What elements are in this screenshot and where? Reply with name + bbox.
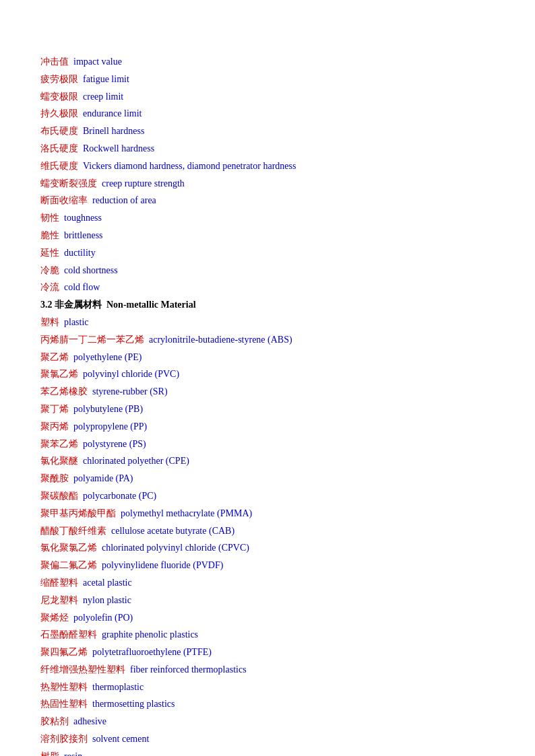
term-line: 聚氯乙烯 polyvinyl chloride (PVC): [40, 366, 495, 382]
term-zh: 热固性塑料: [40, 699, 88, 709]
term-en: toughness: [64, 213, 102, 223]
term-en: reduction of area: [92, 195, 156, 205]
term-line: 氯化聚氯乙烯 chlorinated polyvinyl chloride (C…: [40, 540, 495, 556]
term-zh: 石墨酚醛塑料: [40, 629, 97, 640]
term-en: acetal plastic: [83, 578, 132, 588]
term-en: ductility: [64, 248, 96, 258]
term-line: 聚丁烯 polybutylene (PB): [40, 401, 495, 417]
term-zh: 聚烯烃: [40, 613, 69, 623]
term-zh: 树脂: [40, 751, 59, 756]
term-zh: 丙烯腈一丁二烯一苯乙烯: [40, 335, 144, 345]
term-line: 蠕变极限 creep limit: [40, 89, 495, 105]
term-zh: 纤维增强热塑性塑料: [40, 664, 125, 675]
term-line: 热塑性塑料 thermoplastic: [40, 679, 495, 695]
term-line: 氯化聚醚 chlorinated polyether (CPE): [40, 453, 495, 469]
term-line: 延性 ductility: [40, 245, 495, 261]
term-en: nylon plastic: [83, 595, 131, 605]
term-line: 冲击值 impact value: [40, 54, 495, 70]
term-en: plastic: [64, 317, 89, 327]
term-zh: 冲击值: [40, 57, 69, 67]
term-zh: 苯乙烯橡胶: [40, 386, 88, 397]
term-zh: 蠕变极限: [40, 92, 78, 102]
term-en: adhesive: [73, 716, 106, 726]
term-en: polybutylene (PB): [73, 404, 143, 414]
term-line: 缩醛塑料 acetal plastic: [40, 575, 495, 591]
term-en: polymethyl methacrylate (PMMA): [121, 508, 252, 518]
term-line: 塑料 plastic: [40, 314, 495, 331]
term-en: polyvinylidene fluoride (PVDF): [102, 560, 223, 570]
term-en: cellulose acetate butyrate (CAB): [111, 526, 234, 536]
term-line: 布氏硬度 Brinell hardness: [40, 123, 495, 139]
term-zh: 冷流: [40, 282, 59, 292]
term-line: 冷脆 cold shortness: [40, 263, 495, 279]
term-en: solvent cement: [92, 734, 149, 744]
term-line: 聚乙烯 polyethylene (PE): [40, 349, 495, 366]
term-en: cold flow: [64, 282, 100, 292]
term-zh: 聚氯乙烯: [40, 369, 78, 379]
term-en: acrylonitrile-butadiene-styrene (ABS): [149, 335, 292, 345]
term-line: 维氏硬度 Vickers diamond hardness, diamond p…: [40, 158, 495, 174]
term-zh: 聚苯乙烯: [40, 439, 78, 449]
term-line: 醋酸丁酸纤维素 cellulose acetate butyrate (CAB): [40, 523, 495, 539]
term-zh: 疲劳极限: [40, 74, 78, 84]
term-en: endurance limit: [83, 108, 141, 118]
term-zh: 脆性: [40, 230, 59, 240]
term-line: 树脂 resin: [40, 749, 495, 756]
term-line: 苯乙烯橡胶 styrene-rubber (SR): [40, 384, 495, 400]
term-zh: 聚偏二氟乙烯: [40, 560, 97, 570]
term-en: brittleness: [64, 230, 103, 240]
term-zh: 持久极限: [40, 108, 78, 118]
term-line: 冷流 cold flow: [40, 279, 495, 296]
term-en: polystyrene (PS): [83, 439, 146, 449]
term-en: resin: [64, 751, 82, 756]
term-line: 胶粘剂 adhesive: [40, 714, 495, 730]
term-zh: 洛氏硬度: [40, 143, 78, 153]
term-zh: 聚碳酸酯: [40, 491, 78, 501]
term-en: chlorinated polyether (CPE): [83, 456, 189, 466]
term-en: fatigue limit: [83, 74, 129, 84]
term-en: polyethylene (PE): [73, 352, 141, 362]
term-line: 纤维增强热塑性塑料 fiber reinforced thermoplastic…: [40, 662, 495, 678]
term-zh: 氯化聚氯乙烯: [40, 543, 97, 553]
term-en: polyvinyl chloride (PVC): [83, 369, 179, 379]
term-en: Rockwell hardness: [83, 143, 154, 153]
term-line: 疲劳极限 fatigue limit: [40, 71, 495, 88]
term-zh: 冷脆: [40, 265, 59, 275]
term-en: polycarbonate (PC): [83, 491, 156, 501]
term-line: 聚甲基丙烯酸甲酯 polymethyl methacrylate (PMMA): [40, 506, 495, 522]
term-en: chlorinated polyvinyl chloride (CPVC): [102, 543, 249, 553]
term-line: 尼龙塑料 nylon plastic: [40, 592, 495, 609]
term-zh: 断面收缩率: [40, 195, 88, 205]
term-zh: 塑料: [40, 317, 59, 327]
term-zh: 延性: [40, 248, 59, 258]
term-zh: 布氏硬度: [40, 126, 78, 136]
term-en: creep rupture strength: [102, 178, 185, 188]
term-line: 脆性 brittleness: [40, 228, 495, 244]
term-zh: 缩醛塑料: [40, 578, 78, 588]
term-zh: 尼龙塑料: [40, 595, 78, 605]
term-en: styrene-rubber (SR): [92, 386, 168, 397]
term-en: graphite phenolic plastics: [102, 629, 198, 640]
term-zh: 聚四氟乙烯: [40, 647, 88, 657]
term-line: 聚烯烃 polyolefin (PO): [40, 610, 495, 626]
term-zh: 胶粘剂: [40, 716, 69, 726]
term-zh: 聚乙烯: [40, 352, 69, 362]
term-line: 洛氏硬度 Rockwell hardness: [40, 141, 495, 157]
term-zh: 溶剂胶接剂: [40, 734, 88, 744]
term-en: polypropylene (PP): [73, 421, 147, 432]
term-zh: 醋酸丁酸纤维素: [40, 526, 106, 536]
section-header: 3.2 非金属材料 Non-metallic Material: [40, 300, 196, 310]
term-line: 热固性塑料 thermosetting plastics: [40, 696, 495, 712]
term-line: 持久极限 endurance limit: [40, 106, 495, 122]
term-line: 溶剂胶接剂 solvent cement: [40, 731, 495, 747]
term-en: cold shortness: [64, 265, 118, 275]
term-line: 聚碳酸酯 polycarbonate (PC): [40, 488, 495, 504]
term-line: 蠕变断裂强度 creep rupture strength: [40, 176, 495, 192]
term-zh: 热塑性塑料: [40, 682, 88, 692]
term-line: 聚四氟乙烯 polytetrafluoroethylene (PTFE): [40, 644, 495, 660]
term-zh: 聚酰胺: [40, 473, 69, 483]
term-line: 石墨酚醛塑料 graphite phenolic plastics: [40, 627, 495, 643]
term-en: fiber reinforced thermoplastics: [130, 664, 247, 675]
term-en: impact value: [73, 57, 122, 67]
term-en: polyamide (PA): [73, 473, 133, 483]
